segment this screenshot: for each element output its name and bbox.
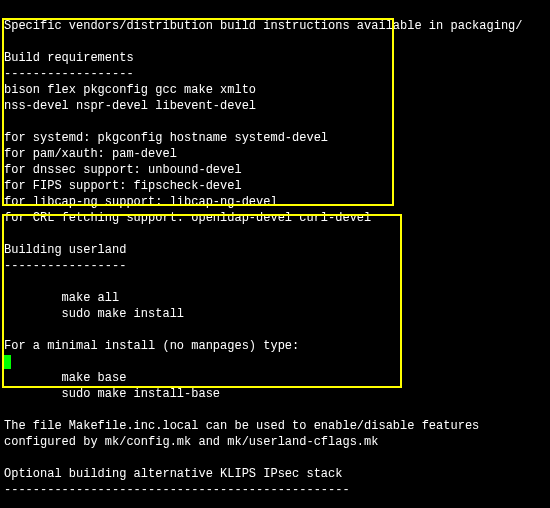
text-line: Specific vendors/distribution build inst… — [4, 19, 522, 33]
text-line: The file Makefile.inc.local can be used … — [4, 419, 479, 433]
text-line: configured by mk/config.mk and mk/userla… — [4, 435, 378, 449]
text-line: ----------------- — [4, 259, 126, 273]
cursor-icon — [4, 355, 11, 369]
text-line: bison flex pkgconfig gcc make xmlto — [4, 83, 256, 97]
text-line: make all — [4, 291, 119, 305]
terminal-output: Specific vendors/distribution build inst… — [0, 0, 550, 508]
text-line: for libcap-ng support: libcap-ng-devel — [4, 195, 278, 209]
text-line: nss-devel nspr-devel libevent-devel — [4, 99, 256, 113]
text-line: make base — [4, 371, 126, 385]
text-line: sudo make install-base — [4, 387, 220, 401]
text-line: For a minimal install (no manpages) type… — [4, 339, 299, 353]
text-line: Optional building alternative KLIPS IPse… — [4, 467, 342, 481]
text-line: for systemd: pkgconfig hostname systemd-… — [4, 131, 328, 145]
text-line: sudo make install — [4, 307, 184, 321]
text-line: Building userland — [4, 243, 126, 257]
text-line: ------------------ — [4, 67, 134, 81]
text-line: for pam/xauth: pam-devel — [4, 147, 177, 161]
text-line: for CRL fetching support: openldap-devel… — [4, 211, 371, 225]
text-line: Build requirements — [4, 51, 134, 65]
text-line: ----------------------------------------… — [4, 483, 350, 497]
text-line: for FIPS support: fipscheck-devel — [4, 179, 242, 193]
text-line: for dnssec support: unbound-devel — [4, 163, 242, 177]
